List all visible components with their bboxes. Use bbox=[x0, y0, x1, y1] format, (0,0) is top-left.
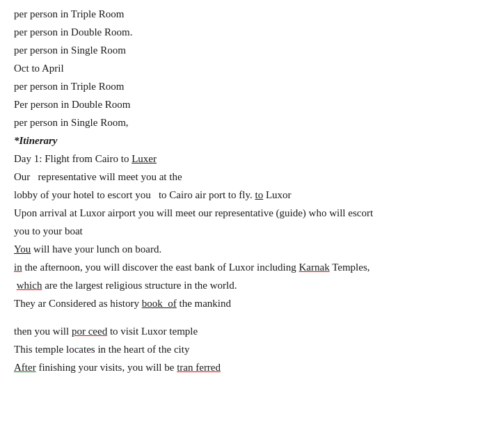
line-per-person-single-2: per person in Single Room, bbox=[14, 114, 487, 131]
text-mankind: the mankind bbox=[177, 298, 231, 309]
text-karnak-underline-red: Karnak bbox=[299, 262, 330, 273]
line-itinerary: *Itinerary bbox=[14, 132, 487, 149]
text-lobby-prefix: lobby of your hotel to escort you to Cai… bbox=[14, 189, 255, 200]
text-temples: Temples, bbox=[330, 262, 370, 273]
line-they-ar: They ar Considered as history book of th… bbox=[14, 295, 487, 312]
line-oct-to-april: Oct to April bbox=[14, 60, 487, 77]
spacer-1 bbox=[14, 313, 487, 323]
line-per-person-single-1: per person in Single Room bbox=[14, 42, 487, 58]
text-transferred-underline-red: tran ferred bbox=[177, 362, 221, 373]
line-you-to-boat: you to your boat bbox=[14, 223, 487, 239]
text-per-person-triple-1: per person in Triple Room bbox=[14, 8, 124, 19]
text-per-person-triple-2: per person in Triple Room bbox=[14, 81, 124, 92]
text-oct-to-april: Oct to April bbox=[14, 63, 64, 74]
text-per-person-double-2: Per person in Double Room bbox=[14, 99, 130, 110]
line-representative-1: Our representative will meet you at the bbox=[14, 168, 487, 185]
line-lobby: lobby of your hotel to escort you to Cai… bbox=[14, 186, 487, 203]
line-then: then you will por ceed to visit Luxor te… bbox=[14, 323, 487, 339]
line-per-person-double-2: Per person in Double Room bbox=[14, 96, 487, 113]
line-per-person-triple-1: per person in Triple Room bbox=[14, 6, 487, 22]
text-which-underline-red: which bbox=[17, 280, 42, 291]
line-day1: Day 1: Flight from Cairo to Luxer bbox=[14, 150, 487, 167]
text-then: then you will bbox=[14, 326, 72, 337]
text-after-underline-green: After bbox=[14, 362, 36, 373]
text-largest: are the largest religious structure in t… bbox=[42, 280, 237, 291]
text-lunch: will have your lunch on board. bbox=[31, 243, 161, 255]
text-luxor: Luxor bbox=[263, 189, 291, 200]
line-temple-locates: This temple locates in the heart of the … bbox=[14, 341, 487, 358]
line-after-finishing: After finishing your visits, you will be… bbox=[14, 359, 487, 376]
text-visit-luxor: to visit Luxor temple bbox=[107, 326, 198, 337]
text-representative-1: Our representative will meet you at the bbox=[14, 171, 182, 182]
text-you-underline: You bbox=[14, 243, 31, 255]
text-per-person-single-2: per person in Single Room, bbox=[14, 117, 129, 128]
text-luxer-underline: Luxer bbox=[132, 153, 157, 164]
text-upon-arrival: Upon arrival at Luxor airport you will m… bbox=[14, 207, 373, 218]
text-temple-locates: This temple locates in the heart of the … bbox=[14, 344, 189, 355]
line-you-lunch: You will have your lunch on board. bbox=[14, 241, 487, 257]
text-book-underline: book of bbox=[142, 298, 177, 309]
text-to-underline: to bbox=[255, 189, 263, 200]
line-per-person-triple-2: per person in Triple Room bbox=[14, 78, 487, 95]
text-per-person-double-1: per person in Double Room. bbox=[14, 26, 132, 38]
text-day1-prefix: Day 1: Flight from Cairo to bbox=[14, 153, 132, 164]
text-finishing: finishing your visits, you will be bbox=[36, 362, 177, 373]
line-in-afternoon: in the afternoon, you will discover the … bbox=[14, 259, 487, 275]
text-afternoon-prefix: the afternoon, you will discover the eas… bbox=[22, 262, 299, 273]
line-upon-arrival: Upon arrival at Luxor airport you will m… bbox=[14, 205, 487, 221]
line-which: which are the largest religious structur… bbox=[14, 277, 487, 294]
text-they: They ar Considered as history bbox=[14, 298, 142, 309]
text-you-to-boat: you to your boat bbox=[14, 225, 83, 237]
text-per-person-single-1: per person in Single Room bbox=[14, 45, 126, 56]
text-porceed-underline-red: por ceed bbox=[72, 326, 107, 337]
main-content: per person in Triple Room per person in … bbox=[14, 6, 487, 376]
text-in-underline-red: in bbox=[14, 262, 22, 273]
text-itinerary: *Itinerary bbox=[14, 135, 58, 146]
line-per-person-double-1: per person in Double Room. bbox=[14, 24, 487, 40]
